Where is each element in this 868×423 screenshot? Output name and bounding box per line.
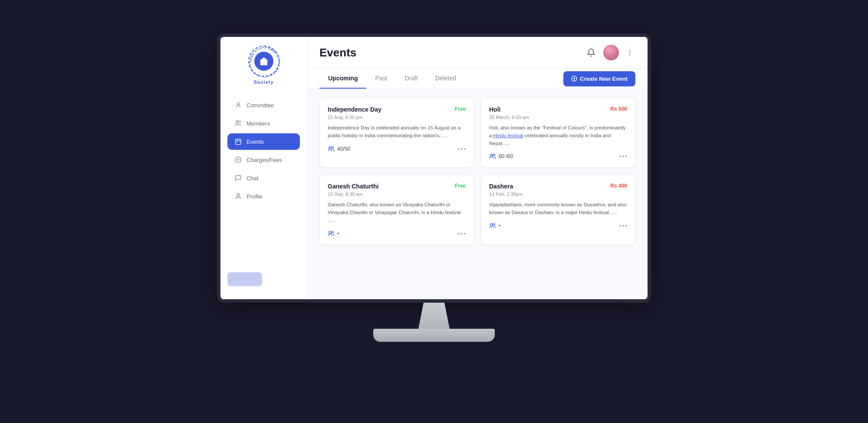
tab-draft[interactable]: Draft xyxy=(396,69,426,89)
svg-point-13 xyxy=(629,52,630,53)
events-label: Events xyxy=(247,139,264,145)
event-badge: Rs 400 xyxy=(610,183,627,189)
event-description: Holi, also known as the "Festival of Col… xyxy=(489,124,627,147)
charges-label: Charges/Fees xyxy=(247,157,282,163)
nav-menu: Committee Members xyxy=(220,97,307,205)
create-button-label: Create New Event xyxy=(580,76,628,82)
event-card-independence-day[interactable]: Independence Day Free 15 Aug, 9:30 pm In… xyxy=(319,98,474,168)
svg-point-3 xyxy=(236,121,238,123)
dot3 xyxy=(464,148,466,150)
dot1 xyxy=(458,233,460,235)
hindu-festival-link[interactable]: Hindu festival xyxy=(493,133,523,138)
event-title: Independence Day xyxy=(328,106,381,113)
monitor-stand-neck xyxy=(408,303,460,329)
svg-point-2 xyxy=(237,103,239,105)
events-grid: Independence Day Free 15 Aug, 9:30 pm In… xyxy=(319,98,635,245)
dots-vertical-icon xyxy=(626,49,634,56)
event-card-footer: • xyxy=(489,223,627,229)
sidebar-item-events[interactable]: Events xyxy=(227,133,300,150)
event-date: 15 Aug, 9:30 pm xyxy=(328,115,466,120)
event-title: Ganesh Chaturthi xyxy=(328,183,378,190)
event-date: 15 Sep, 8:30 am xyxy=(328,192,466,197)
profile-label: Profile xyxy=(247,193,263,200)
event-card-header: Independence Day Free xyxy=(328,106,466,113)
plus-circle-icon xyxy=(571,76,577,82)
dot2 xyxy=(622,155,624,157)
event-card-footer: 40/50 xyxy=(328,146,466,152)
event-date: 14 Feb, 2:30pm xyxy=(489,192,627,197)
people-icon xyxy=(489,153,496,159)
bottom-button-hint xyxy=(227,272,262,286)
dot1 xyxy=(619,155,621,157)
event-card-footer: • xyxy=(328,231,466,237)
logo-ring-svg: Society · e · i · t · s · Society · e · … xyxy=(249,46,280,78)
committee-icon xyxy=(234,101,242,109)
svg-point-22 xyxy=(329,231,331,234)
attendees-count: • xyxy=(489,223,500,229)
event-more-menu[interactable] xyxy=(619,225,627,227)
svg-point-11 xyxy=(237,194,239,196)
svg-point-19 xyxy=(332,146,333,148)
attendees-text: 60 /60 xyxy=(499,153,513,159)
sidebar-item-charges[interactable]: Charges/Fees xyxy=(227,152,300,168)
charges-icon xyxy=(234,156,242,164)
bell-icon xyxy=(587,48,595,57)
event-badge: Rs 500 xyxy=(610,106,627,112)
sidebar-item-profile[interactable]: Profile xyxy=(227,188,300,205)
tabs-list: Upcoming Past Draft Deleted xyxy=(319,69,465,89)
attendees-count: • xyxy=(328,231,339,237)
event-more-menu[interactable] xyxy=(458,233,466,235)
dot2 xyxy=(622,225,624,227)
chat-label: Chat xyxy=(247,175,258,182)
event-title: Dashera xyxy=(489,183,513,190)
committee-label: Committee xyxy=(247,102,274,109)
svg-point-21 xyxy=(493,154,495,156)
attendees-svg xyxy=(328,146,335,152)
svg-text:Society · e · i · t · s · Soci: Society · e · i · t · s · Society · e · … xyxy=(249,47,279,62)
event-date: 20 March, 9:00 am xyxy=(489,115,627,120)
logo-label: Society xyxy=(253,79,273,85)
events-icon xyxy=(234,138,242,145)
event-card-holi[interactable]: Holi Rs 500 20 March, 9:00 am Holi, also… xyxy=(481,98,635,168)
dot1 xyxy=(619,225,621,227)
header-actions xyxy=(584,45,635,60)
svg-point-23 xyxy=(332,231,333,233)
chat-icon xyxy=(234,174,242,182)
event-card-header: Dashera Rs 400 xyxy=(489,183,627,190)
event-more-menu[interactable] xyxy=(458,148,466,150)
event-description: Ganesh Chaturthi, also known as Vinayaka… xyxy=(328,201,466,224)
notification-bell[interactable] xyxy=(584,46,598,59)
event-badge: Free xyxy=(455,106,466,112)
tab-deleted[interactable]: Deleted xyxy=(427,69,465,89)
members-icon xyxy=(234,119,242,127)
dot3 xyxy=(625,225,627,227)
svg-point-25 xyxy=(493,224,495,225)
logo-circle: Society · e · i · t · s · Society · e · … xyxy=(248,46,279,77)
sidebar-item-members[interactable]: Members xyxy=(227,115,300,132)
sidebar-item-chat[interactable]: Chat xyxy=(227,170,300,186)
event-card-header: Ganesh Chaturthi Free xyxy=(328,183,466,190)
more-options-button[interactable] xyxy=(624,47,635,58)
sidebar-item-committee[interactable]: Committee xyxy=(227,97,300,113)
event-more-menu[interactable] xyxy=(619,155,627,157)
page-header: Events xyxy=(307,37,648,69)
tabs-bar: Upcoming Past Draft Deleted Create New E… xyxy=(307,69,648,89)
attendees-svg xyxy=(489,153,496,159)
attendees-svg xyxy=(328,231,335,237)
event-card-dashera[interactable]: Dashera Rs 400 14 Feb, 2:30pm Vijayadash… xyxy=(481,175,635,245)
svg-point-12 xyxy=(629,50,630,51)
svg-point-18 xyxy=(329,146,331,149)
event-card-ganesh-chaturthi[interactable]: Ganesh Chaturthi Free 15 Sep, 8:30 am Ga… xyxy=(319,175,474,245)
tab-upcoming[interactable]: Upcoming xyxy=(319,69,366,89)
create-new-event-button[interactable]: Create New Event xyxy=(563,71,635,86)
user-avatar[interactable] xyxy=(603,45,619,60)
people-icon xyxy=(328,146,335,152)
svg-point-24 xyxy=(490,224,493,226)
members-label: Members xyxy=(247,120,270,127)
svg-point-14 xyxy=(629,54,630,55)
attendees-text: 40/50 xyxy=(337,146,350,152)
avatar-image xyxy=(603,45,619,60)
attendees-text: • xyxy=(337,231,339,237)
tab-past[interactable]: Past xyxy=(366,69,396,89)
svg-rect-4 xyxy=(236,139,241,145)
